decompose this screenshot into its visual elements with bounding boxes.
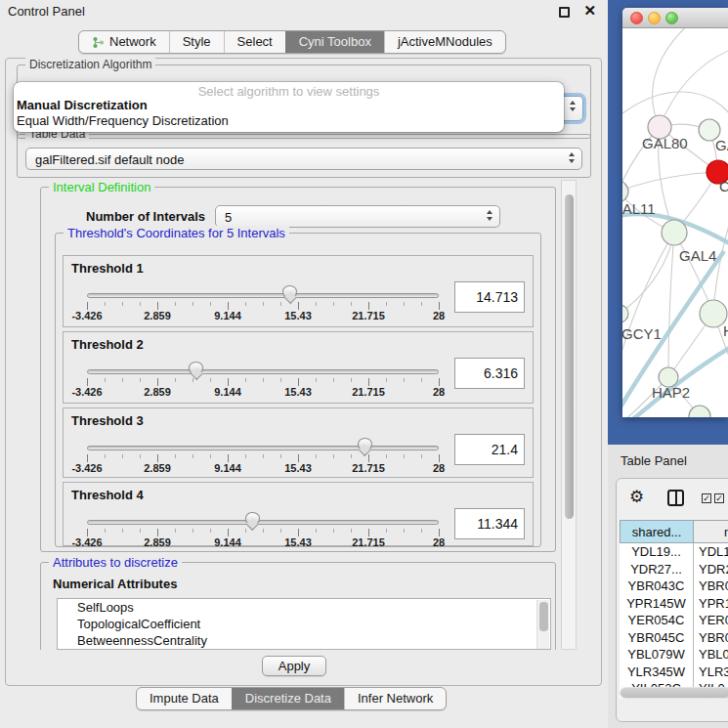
tick-label: 9.144 — [214, 386, 241, 398]
tab-cyni-toolbox[interactable]: Cyni Toolbox — [285, 31, 384, 53]
tick-label: 2.859 — [144, 310, 171, 321]
network-window: GAL80 GA C GAL11 GAL4 GCY1 H HAP2 — [622, 8, 728, 417]
column-header-name[interactable]: n — [694, 520, 728, 543]
threshold-2-slider[interactable] — [87, 369, 439, 374]
threshold-1-slider[interactable] — [87, 293, 439, 298]
slider-ticks — [87, 454, 440, 462]
tick-label: 9.144 — [214, 462, 241, 474]
discretization-algorithm-group-title: Discretization Algorithm — [25, 58, 155, 71]
split-columns-icon[interactable] — [667, 490, 684, 506]
tab-infer-network[interactable]: Infer Network — [344, 688, 446, 709]
table-panel: Table Panel ⚙ ✓ ✓ shared... n YDL19...YD… — [608, 445, 728, 728]
settings-scrollbar[interactable] — [561, 180, 577, 650]
tab-style[interactable]: Style — [169, 31, 224, 53]
threshold-3-slider-thumb[interactable] — [358, 438, 372, 451]
minimize-traffic-light-icon[interactable] — [648, 12, 661, 24]
control-panel-titlebar: Control Panel ✕ — [0, 0, 608, 23]
table-horizontal-scrollbar[interactable] — [620, 687, 728, 699]
tick-label: 15.43 — [284, 462, 312, 474]
algorithm-dropdown-popup: Select algorithm to view settings Manual… — [14, 82, 564, 132]
close-icon[interactable]: ✕ — [583, 2, 596, 20]
algorithm-option-equal-width[interactable]: Equal Width/Frequency Discretization — [14, 113, 564, 129]
tick-label: 28 — [433, 536, 445, 548]
number-of-intervals-label: Number of Intervals — [86, 209, 205, 224]
tick-label: 28 — [433, 462, 445, 474]
table-data-combobox[interactable]: galFiltered.sif default node — [25, 148, 582, 170]
interval-definition-group: Interval Definition Number of Intervals … — [40, 187, 556, 552]
slider-ticks — [87, 529, 440, 536]
threshold-4-value-field[interactable]: 11.344 — [454, 508, 525, 539]
table-row[interactable]: YDR27...YDR2 — [620, 561, 728, 578]
threshold-4-slider-thumb[interactable] — [245, 512, 260, 526]
node-label: HAP2 — [652, 384, 690, 401]
table-panel-title: Table Panel — [621, 453, 687, 468]
threshold-1-value-field[interactable]: 14.713 — [454, 281, 525, 313]
slider-ticks — [87, 302, 440, 310]
table-row[interactable]: YBL079WYBL0 — [620, 646, 728, 664]
apply-button[interactable]: Apply — [262, 656, 326, 676]
threshold-3-slider[interactable] — [87, 446, 439, 450]
control-panel-title: Control Panel — [8, 4, 85, 19]
node-gal4[interactable] — [662, 220, 687, 245]
table-row[interactable]: YDL19...YDL1 — [620, 543, 728, 561]
column-header-shared-name[interactable]: shared... — [620, 520, 694, 543]
threshold-2-slider-thumb[interactable] — [189, 362, 203, 375]
tick-label: -3.426 — [71, 386, 102, 398]
tick-label: -3.426 — [71, 536, 102, 548]
tab-impute-data[interactable]: Impute Data — [137, 688, 232, 709]
threshold-1-slider-thumb[interactable] — [282, 285, 297, 299]
tick-label: 2.859 — [144, 386, 171, 398]
zoom-traffic-light-icon[interactable] — [665, 12, 678, 24]
settings-scrollbar-thumb[interactable] — [565, 194, 574, 519]
float-window-icon[interactable] — [559, 7, 570, 18]
numerical-attributes-label: Numerical Attributes — [53, 577, 177, 591]
node-label: GA — [715, 137, 728, 153]
tab-network[interactable]: Network — [79, 31, 169, 53]
table-row[interactable]: YBR043CYBR0 — [620, 578, 728, 595]
threshold-1-panel: Threshold 1 -3.426 2.859 9.144 15.43 21.… — [63, 255, 534, 327]
tab-network-label: Network — [109, 31, 156, 53]
network-graph: GAL80 GA C GAL11 GAL4 GCY1 H HAP2 — [622, 28, 728, 417]
network-canvas[interactable]: GAL80 GA C GAL11 GAL4 GCY1 H HAP2 — [622, 28, 728, 417]
tab-discretize-data[interactable]: Discretize Data — [232, 688, 344, 709]
node-label: GAL80 — [642, 135, 688, 151]
threshold-3-value-field[interactable]: 21.4 — [454, 434, 525, 465]
tick-label: 2.859 — [144, 462, 171, 474]
gear-icon[interactable]: ⚙ — [629, 487, 644, 507]
list-scrollbar[interactable] — [536, 600, 549, 650]
list-item[interactable]: TopologicalCoefficient — [58, 616, 550, 632]
node-gal11[interactable] — [622, 181, 628, 202]
combo-stepper-icon — [569, 152, 575, 163]
tick-label: 28 — [433, 310, 445, 321]
network-icon — [92, 36, 105, 49]
threshold-3-panel: Threshold 3 -3.426 2.859 9.144 15.43 21.… — [63, 407, 534, 478]
algorithm-hint: Select algorithm to view settings — [14, 82, 564, 98]
tick-label: 2.859 — [144, 536, 171, 548]
list-item[interactable]: BetweennessCentrality — [58, 632, 550, 649]
node-label: C — [719, 178, 728, 194]
tab-select[interactable]: Select — [224, 31, 285, 53]
table-body: YDL19...YDL1 YDR27...YDR2 YBR043CYBR0 YP… — [620, 543, 728, 699]
algorithm-option-manual[interactable]: Manual Discretization — [14, 98, 564, 113]
numerical-attributes-list: SelfLoops TopologicalCoefficient Between… — [57, 598, 551, 650]
table-horizontal-scrollbar-thumb[interactable] — [621, 688, 728, 698]
table-row[interactable]: YPR145WYPR1 — [620, 595, 728, 613]
tab-jactivemnodules[interactable]: jActiveMNodules — [384, 31, 505, 53]
table-row[interactable]: YBR045CYBR0 — [620, 629, 728, 647]
threshold-4-slider[interactable] — [87, 520, 439, 525]
combo-stepper-icon — [487, 210, 492, 221]
threshold-4-label: Threshold 4 — [71, 488, 144, 502]
list-item[interactable]: SelfLoops — [58, 599, 550, 616]
close-traffic-light-icon[interactable] — [630, 12, 643, 24]
node-label: GCY1 — [622, 325, 662, 342]
table-row[interactable]: YER054CYER0 — [620, 612, 728, 629]
checkbox-icon[interactable]: ✓ — [702, 493, 711, 503]
tick-label: -3.426 — [71, 310, 102, 321]
tick-label: 15.43 — [284, 386, 312, 398]
number-of-intervals-combobox[interactable]: 5 — [215, 205, 500, 228]
slider-ticks — [87, 378, 440, 386]
threshold-2-value-field[interactable]: 6.316 — [454, 358, 525, 389]
checkbox-icon[interactable]: ✓ — [714, 493, 724, 503]
table-row[interactable]: YLR345WYLR3 — [620, 664, 728, 681]
tick-label: 15.43 — [284, 536, 312, 548]
